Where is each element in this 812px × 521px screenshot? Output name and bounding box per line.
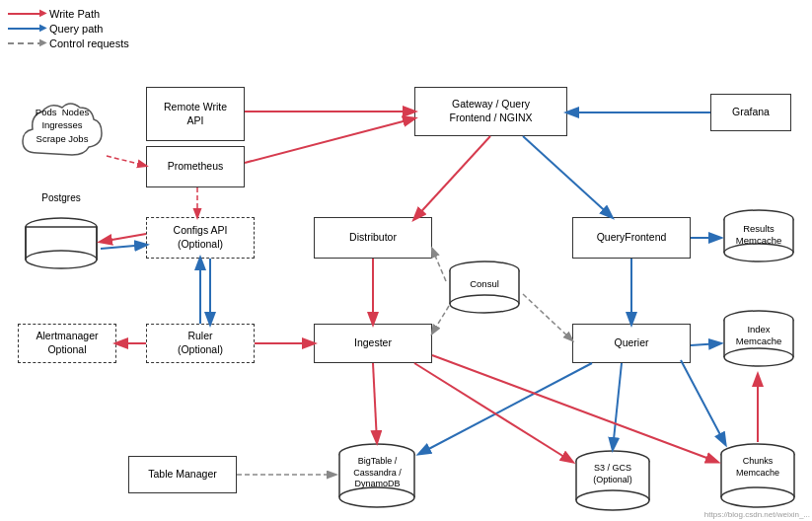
bigtable-cylinder: BigTable /Cassandra /DynamoDB: [335, 442, 419, 513]
svg-point-14: [450, 295, 519, 313]
query-frontend-box: QueryFrontend: [572, 217, 691, 259]
prometheus-label: Prometheus: [168, 160, 224, 174]
gateway-box: Gateway / QueryFrontend / NGINX: [414, 87, 567, 136]
legend-write-label: Write Path: [49, 8, 100, 20]
query-frontend-label: QueryFrontend: [597, 231, 667, 245]
ingester-label: Ingester: [354, 336, 392, 350]
prometheus-box: Prometheus: [146, 146, 245, 187]
postgres-cylinder: Postgres: [22, 215, 101, 269]
table-manager-label: Table Manager: [148, 468, 216, 482]
write-line-icon: [8, 13, 43, 15]
grafana-label: Grafana: [732, 106, 770, 119]
svg-line-48: [523, 294, 572, 340]
svg-line-58: [432, 355, 717, 462]
svg-line-37: [245, 118, 414, 163]
svg-point-29: [576, 490, 649, 510]
distributor-box: Distributor: [314, 217, 432, 259]
ingester-box: Ingester: [314, 324, 432, 363]
s3-gcs-cylinder: S3 / GCS(Optional): [572, 449, 653, 514]
cloud-node: Pods Nodes Ingresses Scrape Jobs: [18, 94, 107, 168]
svg-line-41: [101, 234, 146, 242]
chunks-memcache-label: ChunksMemcache: [717, 456, 798, 479]
consul-cylinder: Consul: [446, 259, 523, 320]
gateway-label: Gateway / QueryFrontend / NGINX: [449, 98, 532, 124]
alertmanager-box: AlertmanagerOptional: [18, 324, 116, 363]
remote-write-api-box: Remote WriteAPI: [146, 87, 245, 141]
legend-query: Query path: [8, 23, 129, 35]
results-memcache-cylinder: ResultsMemcache: [720, 207, 797, 268]
results-memcache-label: ResultsMemcache: [720, 223, 797, 248]
svg-line-40: [523, 136, 612, 217]
querier-label: Querier: [614, 336, 648, 350]
svg-line-42: [101, 245, 146, 249]
legend-query-label: Query path: [49, 23, 103, 35]
remote-write-api-label: Remote WriteAPI: [164, 101, 227, 127]
svg-line-59: [414, 363, 572, 462]
table-manager-box: Table Manager: [128, 456, 237, 493]
svg-line-53: [373, 363, 377, 442]
s3-gcs-label: S3 / GCS(Optional): [572, 463, 653, 485]
configs-api-box: Configs API(Optional): [146, 217, 255, 259]
svg-line-35: [107, 156, 146, 166]
ruler-box: Ruler(Optional): [146, 324, 255, 363]
legend-control-label: Control requests: [49, 37, 129, 49]
grafana-box: Grafana: [710, 94, 791, 131]
svg-point-19: [724, 348, 793, 366]
index-memcache-cylinder: IndexMemcache: [720, 308, 797, 373]
chunks-memcache-cylinder: ChunksMemcache: [717, 442, 798, 513]
ruler-label: Ruler(Optional): [178, 330, 223, 356]
bigtable-label: BigTable /Cassandra /DynamoDB: [335, 456, 419, 490]
index-memcache-label: IndexMemcache: [720, 324, 797, 348]
distributor-label: Distributor: [349, 231, 397, 245]
svg-point-4: [26, 251, 97, 268]
watermark: https://blog.csdn.net/weixin_...: [704, 510, 810, 519]
svg-line-55: [613, 363, 622, 449]
svg-line-39: [414, 136, 490, 219]
query-line-icon: [8, 28, 43, 30]
legend-write: Write Path: [8, 8, 129, 20]
legend-control: ▶ Control requests: [8, 37, 129, 49]
svg-line-57: [681, 360, 725, 444]
svg-point-34: [721, 487, 794, 507]
querier-box: Querier: [572, 324, 691, 363]
svg-line-46: [432, 249, 446, 281]
postgres-label: Postgres: [22, 174, 101, 204]
svg-line-56: [691, 343, 720, 345]
diagram-container: Write Path Query path ▶ Control requests…: [0, 0, 812, 521]
legend: Write Path Query path ▶ Control requests: [8, 8, 129, 52]
control-line-icon: ▶: [8, 42, 43, 44]
cloud-label: Pods Nodes Ingresses Scrape Jobs: [18, 94, 107, 145]
consul-label: Consul: [446, 278, 523, 290]
svg-line-54: [419, 363, 592, 454]
alertmanager-label: AlertmanagerOptional: [36, 330, 98, 356]
configs-api-label: Configs API(Optional): [174, 224, 228, 251]
